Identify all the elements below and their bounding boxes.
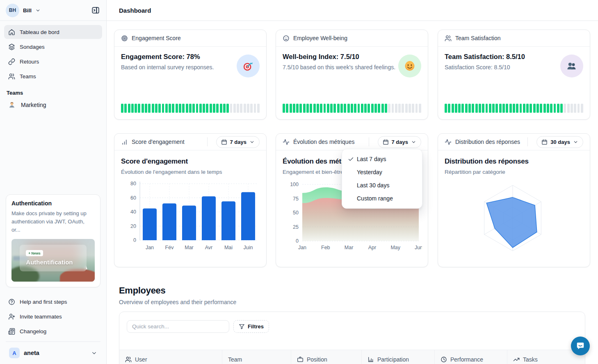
divider	[6, 341, 100, 342]
wellbeing-progress-bar	[283, 104, 421, 113]
link-icon	[8, 58, 15, 65]
sidebar-item-label: Invite teammates	[20, 314, 62, 320]
column-header-user: User	[119, 350, 222, 364]
menu-item-yesterday[interactable]: Yesterday	[345, 166, 420, 179]
users-icon	[445, 35, 452, 42]
stat-card-header-label: Team Satisfaction	[455, 35, 501, 41]
sidebar-item-label: Teams	[20, 73, 36, 80]
collapse-sidebar-button[interactable]	[90, 5, 101, 16]
range-label: 30 days	[550, 139, 570, 145]
chat-launcher-button[interactable]	[571, 337, 590, 355]
column-header-position: Position	[291, 350, 361, 364]
chevron-down-icon	[35, 8, 41, 13]
svg-text:Fév: Fév	[165, 245, 174, 250]
sidebar-item-surveys[interactable]: Sondages	[4, 40, 102, 54]
chart-card-header: Distribution des réponses 30 days	[438, 134, 590, 150]
technologist-emoji	[8, 101, 16, 109]
sidebar-item-invite[interactable]: Invite teammates	[4, 309, 102, 323]
avatar[interactable]: BH	[6, 4, 19, 17]
team-item-label: Marketing	[21, 102, 46, 108]
funnel-icon	[239, 323, 245, 330]
smile-icon	[283, 35, 290, 42]
chart-panel-label: Distribution des réponses	[455, 139, 520, 145]
stat-title: Engagement Score: 78%	[121, 53, 214, 61]
calendar-icon	[383, 139, 389, 145]
svg-text:100: 100	[290, 182, 299, 187]
sidebar-footer: Help and first steps Invite teammates Ch…	[0, 294, 106, 364]
radar-chart	[445, 179, 584, 257]
menu-item-last-7-days[interactable]: Last 7 days	[345, 152, 420, 166]
range-label: 7 days	[392, 139, 408, 145]
stat-card-wellbeing: Employee Well-being Well-being Index: 7.…	[276, 30, 428, 120]
users-icon	[125, 356, 132, 363]
sidebar-item-marketing[interactable]: Marketing	[0, 98, 106, 112]
filters-button[interactable]: Filtres	[233, 320, 269, 333]
menu-item-label: Yesterday	[357, 169, 382, 175]
collapse-sidebar-icon	[91, 6, 100, 15]
user-name[interactable]: Bill	[23, 7, 32, 14]
bar-chart-icon	[121, 139, 128, 146]
clock-icon	[441, 356, 447, 363]
chevron-down-icon	[573, 139, 578, 145]
stat-subtitle: 7.5/10 based on this week's shared feeli…	[283, 64, 395, 71]
table-header-row: User Team Position	[119, 350, 585, 364]
column-label: Performance	[450, 356, 483, 363]
search-input[interactable]	[127, 320, 229, 333]
target-icon	[121, 35, 128, 42]
range-selector-button[interactable]: 7 days	[378, 136, 421, 148]
sidebar-item-feedback[interactable]: Retours	[4, 55, 102, 68]
svg-text:50: 50	[293, 210, 299, 216]
range-selector-button[interactable]: 7 days	[216, 136, 260, 148]
menu-item-custom-range[interactable]: Custom range	[345, 192, 420, 205]
sidebar-item-help[interactable]: Help and first steps	[4, 295, 102, 309]
promo-card-authentication[interactable]: Authentication Make docs private by sett…	[6, 194, 100, 287]
home-icon	[8, 29, 15, 36]
svg-text:Juin: Juin	[244, 245, 253, 250]
svg-text:25: 25	[293, 224, 299, 230]
engagement-progress-bar	[121, 104, 260, 113]
calendar-icon	[541, 139, 548, 145]
employees-title: Employees	[119, 285, 165, 296]
smiling-face-emoji	[404, 60, 415, 72]
svg-text:80: 80	[130, 181, 136, 187]
workspace-switcher[interactable]: A aneta	[4, 345, 102, 364]
column-label: Position	[307, 356, 327, 363]
stat-card-body: Team Satisfaction: 8.5/10 Satisfaction S…	[438, 47, 590, 119]
divider	[527, 137, 528, 146]
activity-icon	[283, 139, 290, 146]
employees-subtitle: Overview of employees and their performa…	[119, 299, 236, 305]
stat-title: Well-being Index: 7.5/10	[283, 53, 395, 61]
stat-subtitle: Satisfaction Score: 8.5/10	[445, 64, 525, 71]
range-selector-button[interactable]: 30 days	[536, 136, 583, 148]
promo-title: Authentication	[11, 200, 95, 207]
chart-panel-label: Score d'engagement	[132, 139, 185, 145]
sidebar: BH Bill Tableau de bord Sondages Retours	[0, 0, 107, 364]
chart-title: Distribution des réponses	[445, 157, 583, 166]
sidebar-item-teams[interactable]: Teams	[4, 69, 102, 83]
menu-item-last-30-days[interactable]: Last 30 days	[345, 179, 420, 192]
chart-subtitle: Répartition par catégorie	[445, 169, 583, 175]
svg-text:Mar: Mar	[185, 245, 194, 250]
divider	[369, 137, 369, 146]
range-label: 7 days	[230, 139, 247, 145]
busts-emoji	[566, 61, 577, 71]
chevron-down-icon	[411, 139, 416, 145]
page-title: Dashboard	[119, 7, 151, 14]
svg-text:Jan: Jan	[146, 245, 154, 250]
promo-overlay-card: + News Authentification	[20, 245, 86, 272]
promo-image: + News Authentification	[11, 239, 95, 282]
sidebar-item-changelog[interactable]: Changelog	[4, 324, 102, 338]
svg-text:Jan: Jan	[298, 245, 306, 250]
menu-item-label: Last 30 days	[357, 182, 389, 189]
sidebar-item-dashboard[interactable]: Tableau de bord	[4, 25, 102, 39]
calendar-icon	[221, 139, 227, 145]
chat-bubble-icon	[576, 341, 585, 350]
sidebar-item-label: Changelog	[20, 328, 46, 334]
column-label: User	[135, 356, 147, 363]
column-header-team: Team	[222, 350, 291, 364]
svg-text:40: 40	[130, 209, 136, 215]
workspace-avatar: A	[9, 348, 20, 358]
stat-badge	[398, 55, 421, 77]
changelog-icon	[8, 328, 15, 335]
sidebar-header: BH Bill	[0, 0, 106, 20]
